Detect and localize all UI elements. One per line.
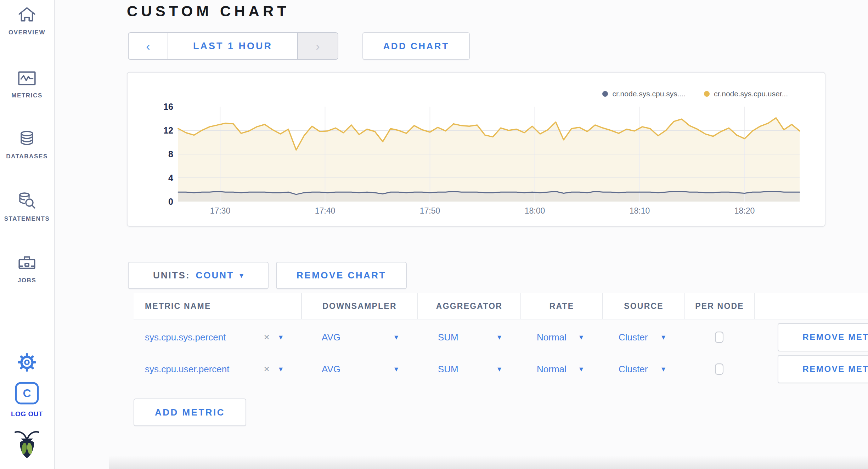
aggregator-select[interactable]: SUM ▾ [417, 355, 520, 383]
sidebar-item-label: OVERVIEW [9, 29, 45, 36]
svg-text:12: 12 [163, 125, 173, 135]
col-header-per-node: PER NODE [684, 293, 754, 319]
remove-metric-button[interactable]: REMOVE METRIC [778, 355, 868, 383]
metrics-icon [17, 70, 36, 88]
custom-chart-page: OVERVIEW METRICS DATABASES [0, 0, 868, 469]
database-icon [18, 130, 36, 149]
svg-text:4: 4 [168, 173, 173, 183]
jobs-icon [17, 254, 36, 273]
svg-text:17:50: 17:50 [420, 206, 440, 215]
rate-select[interactable]: Normal ▾ [520, 323, 602, 351]
svg-text:C: C [23, 387, 31, 400]
cockroach-bug-icon [14, 429, 40, 460]
units-value: COUNT [196, 270, 234, 281]
sidebar-item-label: DATABASES [6, 153, 48, 160]
col-header-aggregator: AGGREGATOR [417, 293, 520, 319]
source-select[interactable]: Cluster ▾ [602, 355, 684, 383]
clear-metric-icon[interactable]: × [264, 332, 270, 343]
time-next-button-disabled[interactable]: › [297, 33, 338, 59]
svg-text:8: 8 [168, 149, 173, 159]
add-metric-button[interactable]: ADD METRIC [134, 399, 246, 426]
chevron-down-icon: ▾ [661, 333, 665, 341]
units-label: UNITS: [153, 270, 190, 281]
downsampler-select[interactable]: AVG ▾ [301, 355, 417, 383]
downsampler-select[interactable]: AVG ▾ [301, 323, 417, 351]
aggregator-select[interactable]: SUM ▾ [417, 323, 520, 351]
rate-select[interactable]: Normal ▾ [520, 355, 602, 383]
svg-text:0: 0 [168, 197, 173, 207]
chevron-down-icon: ▾ [497, 333, 501, 341]
metric-name: sys.cpu.sys.percent [145, 332, 226, 343]
time-range-label: LAST 1 HOUR [193, 41, 272, 52]
chevron-down-icon: ▾ [661, 365, 665, 373]
chevron-down-icon: ▾ [239, 272, 243, 279]
remove-metric-button[interactable]: REMOVE METRIC [778, 323, 868, 351]
main-content: CUSTOM CHART ‹ LAST 1 HOUR › ADD CHART c… [55, 0, 868, 469]
units-dropdown[interactable]: UNITS: COUNT ▾ [128, 262, 269, 289]
svg-text:16: 16 [163, 102, 173, 112]
table-row: sys.cpu.sys.percent × ▾ AVG ▾ SUM ▾ Norm… [134, 323, 868, 351]
per-node-cell [684, 355, 754, 383]
add-chart-button[interactable]: ADD CHART [362, 32, 470, 60]
chevron-down-icon: ▾ [579, 333, 583, 341]
col-header-downsampler: DOWNSAMPLER [301, 293, 417, 319]
table-row: sys.cpu.user.percent × ▾ AVG ▾ SUM ▾ Nor… [134, 355, 868, 383]
cpu-usage-chart: 048121617:3017:4017:5018:0018:1018:20 [128, 73, 825, 226]
per-node-checkbox[interactable] [715, 363, 723, 375]
svg-text:17:40: 17:40 [315, 206, 336, 215]
chevron-down-icon: ▾ [497, 365, 501, 373]
page-title: CUSTOM CHART [127, 3, 290, 20]
svg-text:18:00: 18:00 [525, 206, 545, 215]
svg-text:18:20: 18:20 [734, 206, 755, 215]
sidebar-item-statements[interactable]: STATEMENTS [0, 191, 54, 222]
logout-label: LOG OUT [11, 410, 43, 418]
clear-metric-icon[interactable]: × [264, 363, 270, 375]
chevron-down-icon: ▾ [394, 365, 398, 373]
col-header-source: SOURCE [602, 293, 684, 319]
metric-select[interactable]: sys.cpu.user.percent × ▾ [134, 355, 301, 383]
metric-select[interactable]: sys.cpu.sys.percent × ▾ [134, 323, 301, 351]
sidebar-item-label: METRICS [11, 92, 43, 99]
time-range-selector: ‹ LAST 1 HOUR › [128, 32, 338, 60]
sidebar: OVERVIEW METRICS DATABASES [0, 0, 55, 469]
chevron-down-icon: ▾ [279, 333, 283, 341]
sidebar-item-metrics[interactable]: METRICS [0, 70, 54, 99]
logout-button[interactable]: C LOG OUT [0, 382, 54, 418]
chart-card: cr.node.sys.cpu.sys.... cr.node.sys.cpu.… [127, 72, 825, 227]
chevron-down-icon: ▾ [279, 365, 283, 373]
col-header-metric-name: METRIC NAME [134, 293, 301, 319]
table-header-row: METRIC NAME DOWNSAMPLER AGGREGATOR RATE … [134, 293, 868, 320]
settings-button[interactable] [0, 353, 54, 373]
sidebar-item-databases[interactable]: DATABASES [0, 130, 54, 160]
statements-icon [17, 191, 37, 211]
metrics-table: METRIC NAME DOWNSAMPLER AGGREGATOR RATE … [134, 293, 868, 383]
col-header-actions [754, 293, 868, 319]
chevron-right-icon: › [316, 39, 320, 53]
scroll-shadow [109, 456, 868, 469]
actions-cell: REMOVE METRIC [754, 323, 868, 351]
sidebar-item-jobs[interactable]: JOBS [0, 254, 54, 284]
home-icon [17, 6, 36, 25]
gear-icon [17, 353, 36, 373]
remove-chart-button[interactable]: REMOVE CHART [276, 262, 407, 289]
svg-text:18:10: 18:10 [630, 206, 650, 215]
chevron-down-icon: ▾ [579, 365, 583, 373]
chevron-left-icon: ‹ [146, 39, 150, 53]
chevron-down-icon: ▾ [394, 333, 398, 341]
svg-text:17:30: 17:30 [210, 206, 231, 215]
cockroach-c-icon: C [15, 382, 39, 406]
per-node-checkbox[interactable] [715, 332, 723, 343]
per-node-cell [684, 323, 754, 351]
metric-name: sys.cpu.user.percent [145, 364, 229, 375]
cockroach-logo [0, 429, 54, 460]
source-select[interactable]: Cluster ▾ [602, 323, 684, 351]
col-header-rate: RATE [520, 293, 602, 319]
time-prev-button[interactable]: ‹ [129, 33, 168, 59]
sidebar-item-overview[interactable]: OVERVIEW [0, 6, 54, 36]
actions-cell: REMOVE METRIC [754, 355, 868, 383]
sidebar-item-label: STATEMENTS [4, 215, 50, 222]
time-range-dropdown[interactable]: LAST 1 HOUR [168, 33, 297, 59]
sidebar-item-label: JOBS [18, 277, 36, 284]
